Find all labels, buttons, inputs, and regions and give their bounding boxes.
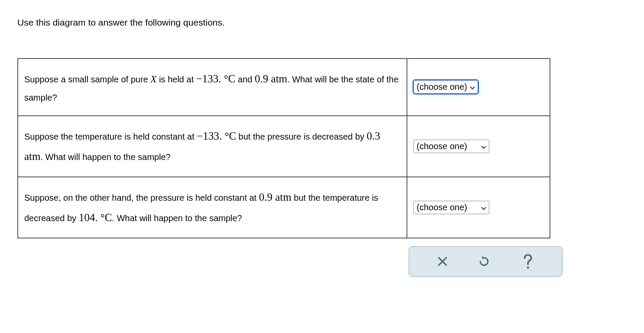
- text-fragment: Suppose the temperature is held constant…: [24, 132, 197, 141]
- variable-x: X: [150, 74, 156, 85]
- answer-1-cell: (choose one): [407, 59, 550, 116]
- text-fragment: . What will happen to the sample?: [41, 152, 171, 162]
- question-3-text: Suppose, on the other hand, the pressure…: [18, 177, 407, 238]
- text-fragment: Suppose a small sample of pure: [24, 75, 150, 84]
- answer-3-cell: (choose one): [407, 177, 550, 238]
- answer-2-cell: (choose one): [407, 116, 550, 177]
- select-label: (choose one): [416, 141, 467, 151]
- value-pressure: 0.9 atm: [259, 191, 291, 203]
- instruction-text: Use this diagram to answer the following…: [17, 17, 627, 28]
- answer-2-select[interactable]: (choose one): [413, 140, 489, 153]
- table-row: Suppose a small sample of pure X is held…: [18, 59, 550, 116]
- reset-button[interactable]: [478, 255, 491, 268]
- close-icon: [437, 256, 448, 267]
- answer-1-select[interactable]: (choose one): [413, 80, 478, 94]
- question-mark-icon: [520, 253, 534, 270]
- value-temp: −133. °C: [196, 73, 236, 85]
- chevron-down-icon: [470, 82, 475, 92]
- help-button[interactable]: [520, 253, 534, 270]
- value-temp: −133. °C: [197, 130, 236, 142]
- answer-3-select[interactable]: (choose one): [413, 201, 489, 214]
- text-fragment: . What will happen to the sample?: [112, 213, 242, 223]
- table-row: Suppose the temperature is held constant…: [18, 116, 550, 177]
- question-table: Suppose a small sample of pure X is held…: [17, 58, 550, 238]
- value-temp: 104. °C: [79, 212, 112, 223]
- table-row: Suppose, on the other hand, the pressure…: [18, 177, 550, 238]
- answer-toolbar: [409, 246, 563, 277]
- text-fragment: and: [235, 75, 254, 84]
- select-label: (choose one): [416, 82, 467, 92]
- value-pressure: 0.9 atm: [255, 73, 287, 85]
- question-2-text: Suppose the temperature is held constant…: [18, 116, 407, 177]
- select-label: (choose one): [416, 202, 467, 212]
- close-button[interactable]: [437, 256, 448, 267]
- svg-point-0: [527, 266, 529, 268]
- question-1-text: Suppose a small sample of pure X is held…: [18, 59, 407, 116]
- chevron-down-icon: [481, 202, 486, 212]
- undo-icon: [478, 255, 491, 268]
- chevron-down-icon: [481, 141, 486, 151]
- text-fragment: is held at: [156, 75, 196, 84]
- text-fragment: but the pressure is decreased by: [236, 132, 367, 141]
- text-fragment: Suppose, on the other hand, the pressure…: [24, 193, 259, 202]
